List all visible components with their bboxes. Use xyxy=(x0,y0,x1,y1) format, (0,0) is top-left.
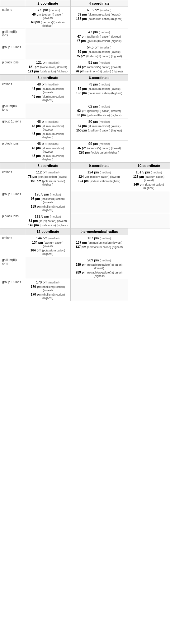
cell-group13-5coord: 48 pm (median) 48 pm (aluminum cation) (… xyxy=(25,118,71,140)
col-label-s2 xyxy=(0,75,25,81)
cell-pblock-2coord: 121 pm (median) 121 pm (oxide anion) (lo… xyxy=(25,59,71,75)
cell-pblock-9coord xyxy=(71,213,128,228)
cell-pblock-5coord: 48 pm (median) 48 pm (aluminum cation) (… xyxy=(25,140,71,163)
row-label-cations-s4: cations xyxy=(0,235,25,257)
section3-header-row: 8-coordinate 9-coordinate 10-coordinate xyxy=(0,163,170,169)
cell-cations-10coord: 131.5 pm (median) 123 pm (calcium cation… xyxy=(128,169,170,191)
cell-gallium-4coord: 47 pm (median) 47 pm (gallium(III) catio… xyxy=(71,29,128,44)
row-label-gallium-s1: gallium(III) ions xyxy=(0,29,25,44)
cell-group13-8coord: 128.5 pm (median) 98 pm (thallium(III) c… xyxy=(25,191,71,213)
col-label-s3 xyxy=(0,163,25,169)
col-4coord: 4-coordinate xyxy=(71,0,128,7)
cell-group13-9coord xyxy=(71,191,128,213)
col-12coord: 12-coordinate xyxy=(25,228,71,235)
table-row: cations 48 pm (median) 48 pm (aluminum c… xyxy=(0,81,170,103)
cell-gallium-2coord xyxy=(25,29,71,44)
section2-header-row: 5-coordinate 6-coordinate xyxy=(0,75,170,81)
row-label-group13-s1: group 13 ions xyxy=(0,44,25,59)
col-10coord: 10-coordinate xyxy=(128,163,170,169)
col-label-s4 xyxy=(0,228,25,235)
table-row: cations 144 pm (median) 134 pm (calcium … xyxy=(0,235,170,257)
cell-gallium-6coord: 62 pm (median) 62 pm (gallium(III) catio… xyxy=(71,103,128,118)
row-label-cations-s2: cations xyxy=(0,81,25,103)
row-label-group13-s4: group 13 ions xyxy=(0,279,25,301)
table-row: group 13 ions 48 pm (median) 48 pm (alum… xyxy=(0,118,170,140)
cell-group13-12coord: 170 pm (median) 170 pm (thallium(I) cati… xyxy=(25,279,71,301)
cell-cations-2coord: 57.5 pm (median) 46 pm (copper(I) cation… xyxy=(25,7,71,29)
cell-pblock-6coord: 99 pm (median) 46 pm (arsenic(V) cation)… xyxy=(71,140,128,163)
row-label-cations-s1: cations xyxy=(0,7,25,29)
table-row: group 13 ions 128.5 pm (median) 98 pm (t… xyxy=(0,191,170,213)
cell-group13-thermochem xyxy=(71,279,128,301)
section4-header-row: 12-coordinate thermochemical radius xyxy=(0,228,170,235)
col-thermochem: thermochemical radius xyxy=(71,228,128,235)
cell-cations-9coord: 124 pm (median) 124 pm (sodium cation) (… xyxy=(71,169,128,191)
row-label-gallium-s4: gallium(III) ions xyxy=(0,257,25,279)
cell-gallium-5coord xyxy=(25,103,71,118)
table-row: group 13 ions 54.5 pm (median) 39 pm (al… xyxy=(0,44,170,59)
cell-pblock-8coord: 111.5 pm (median) 81 pm (tin(IV) cation)… xyxy=(25,213,71,228)
cell-pblock-4coord: 51 pm (median) 34 pm (arsenic(V) cation)… xyxy=(71,59,128,75)
cell-gallium-thermochem: 289 pm (median) 289 pm (tetrachlorogalla… xyxy=(71,257,128,279)
row-label-group13-s3: group 13 ions xyxy=(0,191,25,213)
cell-cations-4coord: 61.5 pm (median) 39 pm (aluminum cation)… xyxy=(71,7,128,29)
table-row: p block ions 48 pm (median) 48 pm (alumi… xyxy=(0,140,170,163)
cell-group13-4coord: 54.5 pm (median) 39 pm (aluminum cation)… xyxy=(71,44,128,59)
page-container: 2-coordinate 4-coordinate cations 57.5 p… xyxy=(0,0,170,301)
section1-header: 2-coordinate 4-coordinate xyxy=(0,0,170,7)
row-label-pblock-s1: p block ions xyxy=(0,59,25,75)
row-label-gallium-s2: gallium(III) ions xyxy=(0,103,25,118)
cell-cations-6coord: 73 pm (median) 54 pm (aluminum cation) (… xyxy=(71,81,128,103)
table-row: gallium(III) ions 289 pm (median) 289 pm… xyxy=(0,257,170,279)
table-row: group 13 ions 170 pm (median) 170 pm (th… xyxy=(0,279,170,301)
cell-group13-2coord xyxy=(25,44,71,59)
cell-group13-6coord: 80 pm (median) 54 pm (aluminum cation) (… xyxy=(71,118,128,140)
col-2coord: 2-coordinate xyxy=(25,0,71,7)
cell-cations-8coord: 112 pm (median) 78 pm (iron(III) cation)… xyxy=(25,169,71,191)
cell-cations-thermochem: 137 pm (median) 137 pm (ammonium cation)… xyxy=(71,235,128,257)
table-row: gallium(III) ions 47 pm (median) 47 pm (… xyxy=(0,29,170,44)
cell-pblock-10coord xyxy=(128,213,170,228)
table-row: p block ions 121 pm (median) 121 pm (oxi… xyxy=(0,59,170,75)
row-label-pblock-s3: p block ions xyxy=(0,213,25,228)
col-6coord: 6-coordinate xyxy=(71,75,128,81)
table-row: cations 57.5 pm (median) 46 pm (copper(I… xyxy=(0,7,170,29)
row-label-pblock-s2: p block ions xyxy=(0,140,25,163)
cell-cations-12coord: 144 pm (median) 134 pm (calcium cation) … xyxy=(25,235,71,257)
table-row: gallium(III) ions 62 pm (median) 62 pm (… xyxy=(0,103,170,118)
cell-group13-10coord xyxy=(128,191,170,213)
cell-cations-5coord: 48 pm (median) 48 pm (aluminum cation) (… xyxy=(25,81,71,103)
cell-gallium-12coord xyxy=(25,257,71,279)
row-label-cations-s3: cations xyxy=(0,169,25,191)
table-row: p block ions 111.5 pm (median) 81 pm (ti… xyxy=(0,213,170,228)
col-label-s1 xyxy=(0,0,25,7)
table-row: cations 112 pm (median) 78 pm (iron(III)… xyxy=(0,169,170,191)
col-9coord: 9-coordinate xyxy=(71,163,128,169)
col-5coord: 5-coordinate xyxy=(25,75,71,81)
col-8coord: 8-coordinate xyxy=(25,163,71,169)
main-table: 2-coordinate 4-coordinate cations 57.5 p… xyxy=(0,0,170,301)
row-label-group13-s2: group 13 ions xyxy=(0,118,25,140)
